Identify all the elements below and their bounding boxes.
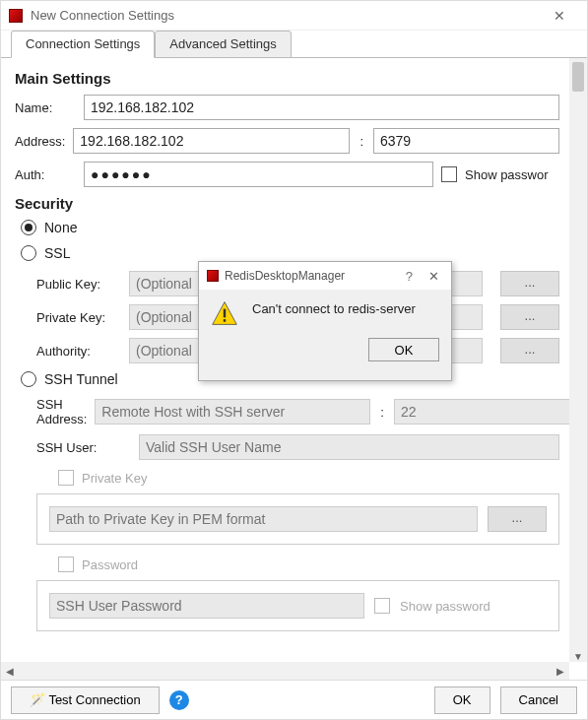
ssh-port-separator: :: [378, 405, 386, 420]
help-icon[interactable]: ?: [169, 690, 189, 710]
security-none-option[interactable]: None: [21, 220, 559, 235]
error-dialog-message: Can't connect to redis-server: [252, 299, 416, 316]
tab-advanced-settings[interactable]: Advanced Settings: [155, 31, 291, 58]
radio-icon: [21, 220, 36, 235]
warning-icon: [211, 299, 238, 330]
ssh-port-input: [394, 399, 569, 425]
cancel-button[interactable]: Cancel: [500, 687, 577, 714]
dialog-footer: 🪄 Test Connection ? OK Cancel: [1, 680, 587, 719]
svg-rect-2: [224, 319, 226, 322]
private-key-label: Private Key:: [36, 310, 121, 325]
security-heading: Security: [15, 195, 559, 212]
name-input[interactable]: [84, 95, 559, 120]
error-dialog-close-icon[interactable]: ✕: [425, 269, 443, 284]
tab-bar: Connection Settings Advanced Settings: [1, 31, 587, 58]
ssh-private-key-path-input: [49, 506, 478, 532]
radio-icon: [21, 245, 36, 261]
security-none-label: None: [44, 220, 77, 235]
name-label: Name:: [15, 100, 76, 115]
address-label: Address:: [15, 134, 65, 149]
ssh-sub-section: SSH Address: : SSH User: Private Key ...: [36, 397, 559, 631]
vertical-scroll-thumb[interactable]: [572, 62, 584, 92]
error-dialog-ok-button[interactable]: OK: [368, 338, 439, 361]
port-input[interactable]: [373, 128, 559, 154]
ssh-password-box: Show password: [36, 580, 559, 631]
error-dialog-titlebar: RedisDesktopManager ? ✕: [199, 262, 451, 290]
address-input[interactable]: [73, 128, 350, 154]
ssh-password-input: [49, 593, 364, 619]
security-ssl-label: SSL: [44, 245, 70, 261]
error-dialog: RedisDesktopManager ? ✕ Can't connect to…: [198, 261, 452, 381]
horizontal-scrollbar[interactable]: ◀ ▶: [1, 662, 569, 680]
scroll-left-icon[interactable]: ◀: [1, 662, 19, 680]
scroll-right-icon[interactable]: ▶: [552, 662, 569, 680]
ok-button[interactable]: OK: [434, 687, 490, 714]
authority-browse-button[interactable]: ...: [500, 338, 559, 363]
vertical-scrollbar[interactable]: ▲ ▼: [569, 58, 587, 662]
public-key-browse-button[interactable]: ...: [500, 271, 559, 296]
ssh-address-input: [95, 399, 370, 425]
window-titlebar: New Connection Settings ✕: [1, 1, 587, 31]
ssh-private-key-browse-button[interactable]: ...: [488, 506, 547, 532]
radio-icon: [21, 371, 36, 387]
ssh-show-password-checkbox: [374, 598, 390, 614]
test-connection-button[interactable]: 🪄 Test Connection: [11, 687, 160, 714]
ssh-address-label: SSH Address:: [36, 397, 87, 426]
settings-window: New Connection Settings ✕ Connection Set…: [0, 0, 588, 720]
window-title: New Connection Settings: [31, 8, 540, 23]
tab-connection-settings[interactable]: Connection Settings: [11, 31, 155, 58]
ssh-password-checkbox: [58, 556, 74, 572]
app-icon: [9, 9, 23, 23]
scroll-down-icon[interactable]: ▼: [569, 651, 587, 662]
ssh-private-key-checkbox: [58, 470, 74, 486]
private-key-browse-button[interactable]: ...: [500, 304, 559, 330]
public-key-label: Public Key:: [36, 277, 121, 292]
main-settings-heading: Main Settings: [15, 70, 559, 87]
ssh-private-key-box: ...: [36, 493, 559, 545]
security-ssh-tunnel-label: SSH Tunnel: [44, 371, 118, 387]
security-ssl-option[interactable]: SSL: [21, 245, 559, 261]
svg-rect-1: [224, 309, 226, 318]
authority-label: Authority:: [36, 344, 121, 359]
ssh-show-password-label: Show password: [400, 599, 490, 614]
wand-icon: 🪄: [30, 692, 45, 707]
test-connection-label: Test Connection: [48, 692, 140, 707]
ssh-private-key-check-label: Private Key: [82, 471, 147, 486]
close-icon[interactable]: ✕: [540, 8, 579, 24]
error-dialog-help-icon[interactable]: ?: [406, 269, 413, 284]
ssh-user-label: SSH User:: [36, 440, 131, 455]
auth-input[interactable]: [84, 162, 433, 187]
show-password-label: Show passwor: [465, 167, 549, 182]
app-icon: [207, 270, 219, 282]
error-dialog-title: RedisDesktopManager: [225, 269, 406, 283]
show-password-checkbox[interactable]: [441, 166, 457, 182]
ssh-password-check-label: Password: [82, 557, 138, 572]
ssh-user-input: [139, 434, 559, 460]
auth-label: Auth:: [15, 167, 76, 182]
address-port-separator: :: [358, 134, 365, 149]
